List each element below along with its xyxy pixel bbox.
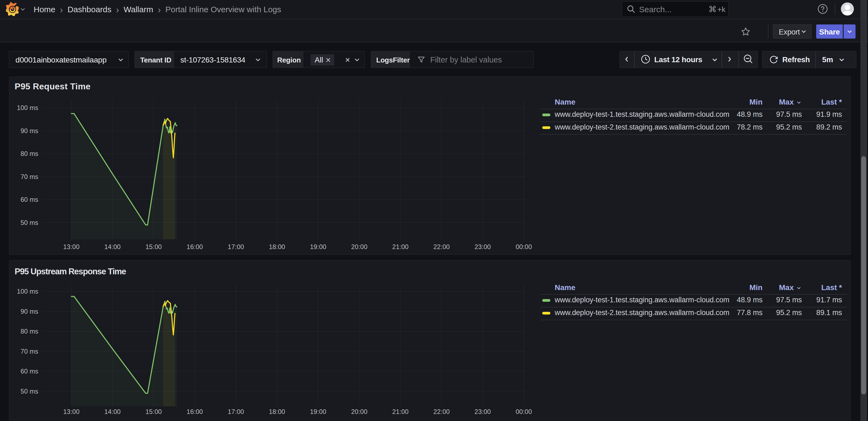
svg-text:00:00: 00:00 <box>516 408 532 415</box>
svg-text:90 ms: 90 ms <box>21 308 38 315</box>
svg-text:50 ms: 50 ms <box>21 388 38 395</box>
svg-text:17:00: 17:00 <box>228 243 244 250</box>
svg-text:23:00: 23:00 <box>474 243 491 250</box>
svg-text:22:00: 22:00 <box>433 408 450 415</box>
svg-text:23:00: 23:00 <box>474 408 491 415</box>
svg-text:21:00: 21:00 <box>392 243 408 250</box>
svg-text:16:00: 16:00 <box>187 408 203 415</box>
svg-text:22:00: 22:00 <box>433 243 450 250</box>
svg-text:19:00: 19:00 <box>310 243 326 250</box>
svg-text:17:00: 17:00 <box>228 408 244 415</box>
svg-text:100 ms: 100 ms <box>17 104 38 111</box>
svg-text:18:00: 18:00 <box>269 243 285 250</box>
svg-text:15:00: 15:00 <box>145 408 162 415</box>
svg-text:14:00: 14:00 <box>104 243 121 250</box>
svg-text:00:00: 00:00 <box>516 243 532 250</box>
svg-text:70 ms: 70 ms <box>21 173 38 180</box>
svg-text:13:00: 13:00 <box>63 408 80 415</box>
svg-text:16:00: 16:00 <box>187 243 203 250</box>
svg-text:15:00: 15:00 <box>145 243 162 250</box>
svg-text:18:00: 18:00 <box>269 408 285 415</box>
svg-text:60 ms: 60 ms <box>21 196 38 203</box>
svg-text:80 ms: 80 ms <box>21 328 38 335</box>
svg-text:70 ms: 70 ms <box>21 348 38 355</box>
svg-text:14:00: 14:00 <box>104 408 121 415</box>
svg-text:20:00: 20:00 <box>351 408 367 415</box>
svg-text:100 ms: 100 ms <box>17 288 38 295</box>
svg-text:90 ms: 90 ms <box>21 127 38 135</box>
svg-text:80 ms: 80 ms <box>21 150 38 157</box>
svg-text:21:00: 21:00 <box>392 408 408 415</box>
svg-text:60 ms: 60 ms <box>21 367 38 375</box>
svg-text:20:00: 20:00 <box>351 243 367 250</box>
svg-text:19:00: 19:00 <box>310 408 326 415</box>
svg-text:13:00: 13:00 <box>63 243 80 250</box>
svg-text:50 ms: 50 ms <box>21 219 38 226</box>
